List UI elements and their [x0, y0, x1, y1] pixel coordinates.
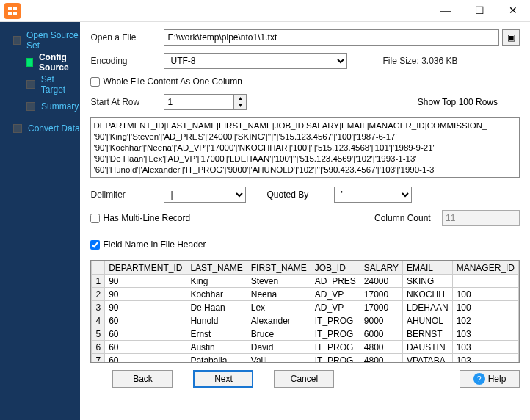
cell: NKOCHH — [402, 288, 452, 301]
table-row[interactable]: 460HunoldAlexanderIT_PROG9000AHUNOL102 — [92, 314, 519, 327]
cell: 4800 — [360, 354, 402, 363]
cell: AD_PRES — [311, 275, 360, 288]
help-icon: ? — [473, 373, 485, 385]
cell: 60 — [105, 314, 186, 327]
nav-label: Convert Data — [28, 123, 80, 134]
cell: 90 — [105, 301, 186, 314]
app-icon — [4, 3, 21, 19]
column-count-label: Column Count — [374, 213, 442, 223]
cell: 24000 — [360, 275, 402, 288]
cell: 102 — [452, 314, 518, 327]
row-number: 7 — [92, 354, 105, 363]
nav-label: Set Target — [41, 74, 81, 95]
cell: 17000 — [360, 301, 402, 314]
column-header[interactable]: EMAIL — [402, 261, 452, 275]
open-file-label: Open a File — [90, 32, 164, 43]
table-row[interactable]: 390De HaanLexAD_VP17000LDEHAAN100 — [92, 301, 519, 314]
show-top-label: Show Top 100 Rows — [418, 97, 498, 107]
multiline-checkbox[interactable] — [90, 214, 100, 223]
column-header[interactable]: DEPARTMENT_ID — [105, 261, 186, 275]
row-number: 4 — [92, 314, 105, 327]
nav-summary[interactable]: Summary — [0, 95, 80, 117]
cell: David — [247, 341, 311, 354]
cell: King — [186, 275, 247, 288]
cell: BERNST — [402, 327, 452, 341]
browse-file-button[interactable]: ▣ — [502, 29, 520, 46]
encoding-label: Encoding — [90, 56, 164, 66]
start-row-input[interactable] — [164, 94, 234, 110]
row-number: 1 — [92, 275, 105, 288]
preview-line: '60'|'Hunold'|'Alexander'|'IT_PROG'|'900… — [93, 164, 517, 175]
preview-line: DEPARTMENT_ID|LAST_NAME|FIRST_NAME|JOB_I… — [93, 120, 517, 131]
cell: 103 — [452, 341, 518, 354]
minimize-button[interactable]: — — [429, 0, 462, 22]
column-header[interactable]: LAST_NAME — [186, 261, 247, 275]
maximize-button[interactable]: ☐ — [462, 0, 496, 22]
delimiter-label: Delimiter — [90, 189, 164, 200]
cell: AD_VP — [311, 288, 360, 301]
cell: AHUNOL — [402, 314, 452, 327]
spin-down-button[interactable]: ▼ — [234, 102, 246, 109]
cell — [452, 275, 518, 288]
folder-icon: ▣ — [507, 32, 515, 43]
cancel-button[interactable]: Cancel — [274, 370, 334, 388]
delimiter-select[interactable]: | — [164, 187, 246, 203]
start-row-label: Start At Row — [90, 97, 164, 107]
cell: Steven — [247, 275, 311, 288]
cell: 17000 — [360, 288, 402, 301]
field-header-checkbox[interactable] — [90, 240, 100, 250]
field-header-label: Field Name In File Header — [103, 239, 206, 250]
svg-rect-1 — [13, 7, 17, 10]
nav-label: Config Source — [39, 52, 81, 73]
nav-label: Summary — [41, 101, 79, 112]
encoding-select[interactable]: UTF-8 — [164, 53, 347, 69]
svg-rect-3 — [13, 12, 17, 15]
cell: Austin — [186, 341, 247, 354]
cell: Pataballa — [186, 354, 247, 363]
nav-convert-data[interactable]: Convert Data — [0, 117, 80, 140]
nav-open-source-set[interactable]: Open Source Set — [0, 29, 80, 51]
nav-config-source[interactable]: Config Source — [0, 51, 80, 73]
column-header[interactable]: FIRST_NAME — [247, 261, 311, 275]
close-button[interactable]: ✕ — [496, 0, 530, 22]
quoted-by-select[interactable]: ' — [334, 187, 412, 203]
cell: Kochhar — [186, 288, 247, 301]
cell: 60 — [105, 341, 186, 354]
cell: 4800 — [360, 341, 402, 354]
cell: AD_VP — [311, 301, 360, 314]
data-grid[interactable]: DEPARTMENT_IDLAST_NAMEFIRST_NAMEJOB_IDSA… — [90, 260, 520, 363]
cell: Hunold — [186, 314, 247, 327]
cell: DAUSTIN — [402, 341, 452, 354]
column-header[interactable]: MANAGER_ID — [452, 261, 518, 275]
cell: 100 — [452, 301, 518, 314]
svg-rect-2 — [8, 12, 12, 15]
help-button[interactable]: ? Help — [460, 370, 520, 388]
column-header[interactable]: SALARY — [360, 261, 402, 275]
data-table: DEPARTMENT_IDLAST_NAMEFIRST_NAMEJOB_IDSA… — [91, 261, 519, 363]
next-button[interactable]: Next — [193, 370, 253, 388]
sidebar: Open Source Set Config Source Set Target… — [0, 22, 80, 420]
back-button[interactable]: Back — [112, 370, 173, 388]
table-row[interactable]: 190KingStevenAD_PRES24000SKING — [92, 275, 519, 288]
table-row[interactable]: 560ErnstBruceIT_PROG6000BERNST103 — [92, 327, 519, 341]
cell: 103 — [452, 327, 518, 341]
table-row[interactable]: 290KochharNeenaAD_VP17000NKOCHH100 — [92, 288, 519, 301]
raw-preview[interactable]: DEPARTMENT_ID|LAST_NAME|FIRST_NAME|JOB_I… — [90, 117, 520, 178]
cell: 100 — [452, 288, 518, 301]
file-path-input[interactable] — [164, 29, 499, 46]
table-row[interactable]: 760PataballaValliIT_PROG4800VPATABA103 — [92, 354, 519, 363]
cell: IT_PROG — [311, 341, 360, 354]
column-header[interactable] — [92, 261, 105, 275]
column-count-input — [442, 210, 520, 226]
cell: 90 — [105, 275, 186, 288]
spin-up-button[interactable]: ▲ — [234, 95, 246, 102]
cell: LDEHAAN — [402, 301, 452, 314]
row-number: 6 — [92, 341, 105, 354]
column-header[interactable]: JOB_ID — [311, 261, 360, 275]
nav-set-target[interactable]: Set Target — [0, 73, 80, 95]
preview-line: '90'|'De Haan'|'Lex'|'AD_VP'|'17000'|'LD… — [93, 153, 517, 164]
whole-file-checkbox[interactable] — [90, 77, 100, 87]
table-row[interactable]: 660AustinDavidIT_PROG4800DAUSTIN103 — [92, 341, 519, 354]
row-number: 5 — [92, 327, 105, 341]
cell: Lex — [247, 301, 311, 314]
